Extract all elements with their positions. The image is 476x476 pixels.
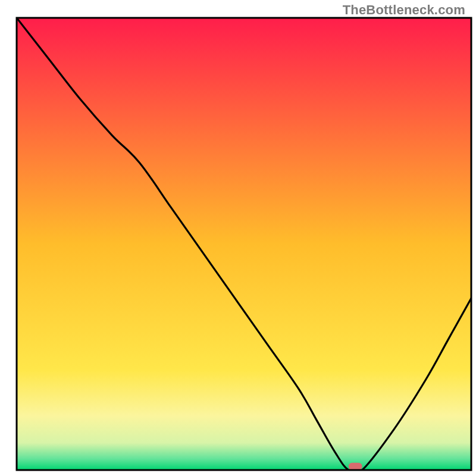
chart-stage: TheBottleneck.com [0,0,476,476]
bottleneck-chart [0,0,476,476]
gradient-background [17,18,471,470]
plot-area [17,18,471,474]
optimum-marker [349,463,362,470]
